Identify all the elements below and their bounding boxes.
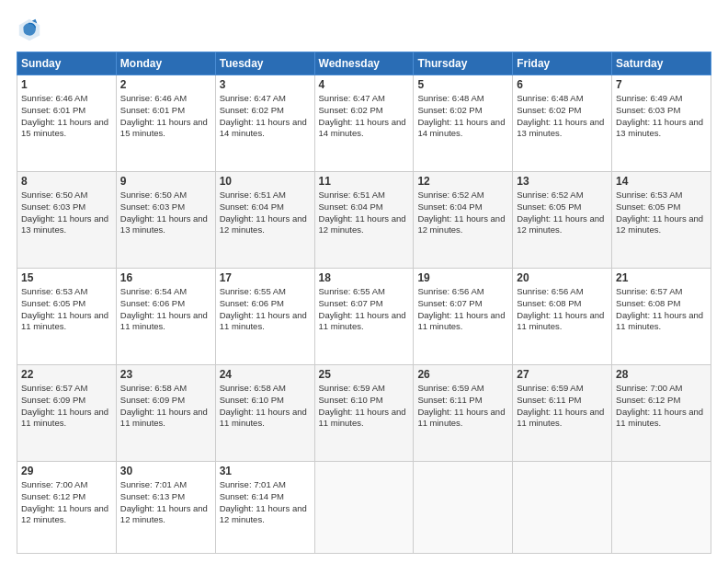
daylight-text: Daylight: 11 hours and 14 minutes. <box>319 117 410 141</box>
daylight-text: Daylight: 11 hours and 13 minutes. <box>616 117 707 141</box>
sunset-text: Sunset: 6:01 PM <box>120 105 211 117</box>
sunset-text: Sunset: 6:10 PM <box>319 395 410 407</box>
day-info: Sunrise: 6:53 AMSunset: 6:05 PMDaylight:… <box>616 190 707 236</box>
calendar-week-row: 29Sunrise: 7:00 AMSunset: 6:12 PMDayligh… <box>17 462 711 554</box>
day-header-thursday: Thursday <box>414 52 513 75</box>
day-info: Sunrise: 6:55 AMSunset: 6:06 PMDaylight:… <box>220 286 311 333</box>
sunrise-text: Sunrise: 6:51 AM <box>319 190 410 201</box>
day-number: 15 <box>21 271 112 284</box>
sunset-text: Sunset: 6:05 PM <box>21 298 112 310</box>
sunrise-text: Sunrise: 6:56 AM <box>517 286 608 298</box>
day-info: Sunrise: 6:51 AMSunset: 6:04 PMDaylight:… <box>319 190 410 236</box>
sunrise-text: Sunrise: 6:54 AM <box>120 286 211 298</box>
calendar-header-row: SundayMondayTuesdayWednesdayThursdayFrid… <box>17 52 711 75</box>
calendar-table: SundayMondayTuesdayWednesdayThursdayFrid… <box>17 52 711 554</box>
day-number: 5 <box>417 78 508 91</box>
sunset-text: Sunset: 6:07 PM <box>417 298 508 310</box>
day-number: 25 <box>319 368 410 381</box>
daylight-text: Daylight: 11 hours and 11 minutes. <box>220 310 311 334</box>
sunrise-text: Sunrise: 6:57 AM <box>616 286 707 298</box>
calendar-week-row: 1Sunrise: 6:46 AMSunset: 6:01 PMDaylight… <box>17 75 711 172</box>
day-info: Sunrise: 6:46 AMSunset: 6:01 PMDaylight:… <box>120 93 211 140</box>
day-number: 6 <box>517 78 608 91</box>
sunrise-text: Sunrise: 6:55 AM <box>319 286 410 298</box>
daylight-text: Daylight: 11 hours and 11 minutes. <box>517 407 608 431</box>
calendar-cell: 9Sunrise: 6:50 AMSunset: 6:03 PMDaylight… <box>116 172 215 269</box>
sunset-text: Sunset: 6:06 PM <box>220 298 311 310</box>
sunrise-text: Sunrise: 6:56 AM <box>417 286 508 298</box>
day-info: Sunrise: 6:48 AMSunset: 6:02 PMDaylight:… <box>417 93 508 140</box>
sunrise-text: Sunrise: 6:49 AM <box>616 93 707 105</box>
daylight-text: Daylight: 11 hours and 11 minutes. <box>21 310 112 334</box>
sunrise-text: Sunrise: 6:52 AM <box>417 190 508 201</box>
sunrise-text: Sunrise: 6:47 AM <box>319 93 410 105</box>
sunrise-text: Sunrise: 7:01 AM <box>120 479 211 491</box>
sunset-text: Sunset: 6:03 PM <box>21 201 112 213</box>
sunset-text: Sunset: 6:02 PM <box>417 105 508 117</box>
logo-icon <box>17 17 42 42</box>
day-info: Sunrise: 7:01 AMSunset: 6:14 PMDaylight:… <box>220 479 311 526</box>
day-number: 19 <box>417 271 508 284</box>
calendar-week-row: 22Sunrise: 6:57 AMSunset: 6:09 PMDayligh… <box>17 365 711 462</box>
sunset-text: Sunset: 6:09 PM <box>21 395 112 407</box>
sunset-text: Sunset: 6:04 PM <box>417 201 508 213</box>
daylight-text: Daylight: 11 hours and 11 minutes. <box>21 407 112 431</box>
calendar-cell: 8Sunrise: 6:50 AMSunset: 6:03 PMDaylight… <box>17 172 117 269</box>
daylight-text: Daylight: 11 hours and 11 minutes. <box>120 310 211 334</box>
calendar-cell: 25Sunrise: 6:59 AMSunset: 6:10 PMDayligh… <box>314 365 414 462</box>
sunset-text: Sunset: 6:11 PM <box>417 395 508 407</box>
sunrise-text: Sunrise: 6:57 AM <box>21 383 112 395</box>
daylight-text: Daylight: 11 hours and 12 minutes. <box>220 213 311 237</box>
sunset-text: Sunset: 6:05 PM <box>616 201 707 213</box>
sunset-text: Sunset: 6:05 PM <box>517 201 608 213</box>
sunrise-text: Sunrise: 6:59 AM <box>417 383 508 395</box>
page: SundayMondayTuesdayWednesdayThursdayFrid… <box>0 0 728 563</box>
day-number: 13 <box>517 175 608 188</box>
day-number: 28 <box>616 368 707 381</box>
day-number: 1 <box>21 78 112 91</box>
calendar-cell: 26Sunrise: 6:59 AMSunset: 6:11 PMDayligh… <box>414 365 513 462</box>
sunset-text: Sunset: 6:03 PM <box>616 105 707 117</box>
day-info: Sunrise: 6:52 AMSunset: 6:04 PMDaylight:… <box>417 190 508 236</box>
day-info: Sunrise: 6:59 AMSunset: 6:11 PMDaylight:… <box>417 383 508 430</box>
sunrise-text: Sunrise: 6:59 AM <box>517 383 608 395</box>
day-number: 4 <box>319 78 410 91</box>
calendar-cell: 13Sunrise: 6:52 AMSunset: 6:05 PMDayligh… <box>513 172 612 269</box>
calendar-cell: 12Sunrise: 6:52 AMSunset: 6:04 PMDayligh… <box>414 172 513 269</box>
calendar-cell: 30Sunrise: 7:01 AMSunset: 6:13 PMDayligh… <box>116 462 215 554</box>
sunrise-text: Sunrise: 6:48 AM <box>517 93 608 105</box>
sunset-text: Sunset: 6:14 PM <box>220 491 311 503</box>
calendar-cell: 18Sunrise: 6:55 AMSunset: 6:07 PMDayligh… <box>314 269 414 365</box>
calendar-cell: 7Sunrise: 6:49 AMSunset: 6:03 PMDaylight… <box>612 75 711 172</box>
daylight-text: Daylight: 11 hours and 13 minutes. <box>517 117 608 141</box>
daylight-text: Daylight: 11 hours and 11 minutes. <box>120 407 211 431</box>
daylight-text: Daylight: 11 hours and 11 minutes. <box>220 407 311 431</box>
daylight-text: Daylight: 11 hours and 14 minutes. <box>220 117 311 141</box>
daylight-text: Daylight: 11 hours and 11 minutes. <box>616 310 707 334</box>
sunrise-text: Sunrise: 6:52 AM <box>517 190 608 201</box>
daylight-text: Daylight: 11 hours and 11 minutes. <box>319 407 410 431</box>
sunset-text: Sunset: 6:09 PM <box>120 395 211 407</box>
calendar-cell: 22Sunrise: 6:57 AMSunset: 6:09 PMDayligh… <box>17 365 117 462</box>
calendar-cell: 4Sunrise: 6:47 AMSunset: 6:02 PMDaylight… <box>314 75 414 172</box>
day-info: Sunrise: 6:47 AMSunset: 6:02 PMDaylight:… <box>319 93 410 140</box>
day-header-wednesday: Wednesday <box>314 52 414 75</box>
header <box>17 17 711 42</box>
daylight-text: Daylight: 11 hours and 12 minutes. <box>417 213 508 237</box>
sunset-text: Sunset: 6:12 PM <box>21 491 112 503</box>
calendar-cell: 15Sunrise: 6:53 AMSunset: 6:05 PMDayligh… <box>17 269 117 365</box>
calendar-cell: 11Sunrise: 6:51 AMSunset: 6:04 PMDayligh… <box>314 172 414 269</box>
day-info: Sunrise: 6:46 AMSunset: 6:01 PMDaylight:… <box>21 93 112 140</box>
calendar-cell: 3Sunrise: 6:47 AMSunset: 6:02 PMDaylight… <box>215 75 314 172</box>
calendar-cell: 10Sunrise: 6:51 AMSunset: 6:04 PMDayligh… <box>215 172 314 269</box>
sunrise-text: Sunrise: 6:58 AM <box>120 383 211 395</box>
calendar-cell: 1Sunrise: 6:46 AMSunset: 6:01 PMDaylight… <box>17 75 117 172</box>
day-number: 30 <box>120 465 211 477</box>
day-number: 21 <box>616 271 707 284</box>
day-number: 12 <box>417 175 508 188</box>
day-info: Sunrise: 6:48 AMSunset: 6:02 PMDaylight:… <box>517 93 608 140</box>
day-info: Sunrise: 6:57 AMSunset: 6:08 PMDaylight:… <box>616 286 707 333</box>
day-info: Sunrise: 6:59 AMSunset: 6:11 PMDaylight:… <box>517 383 608 430</box>
daylight-text: Daylight: 11 hours and 11 minutes. <box>517 310 608 334</box>
daylight-text: Daylight: 11 hours and 12 minutes. <box>319 213 410 237</box>
